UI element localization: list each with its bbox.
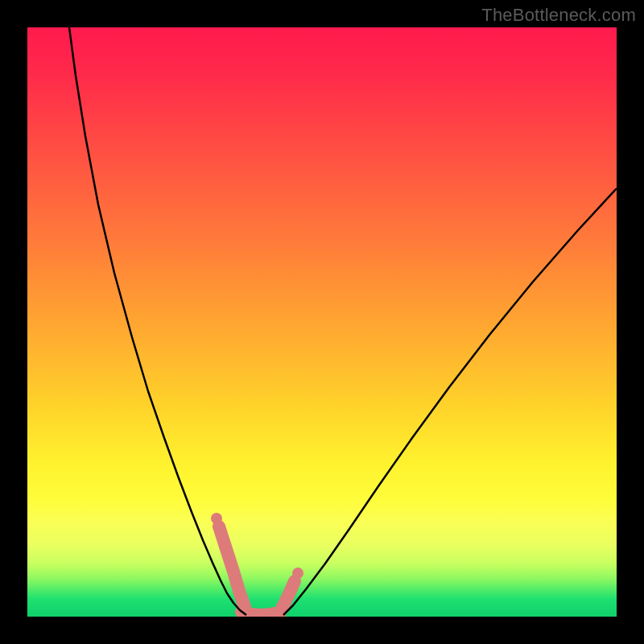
curve-overlay [27, 27, 617, 617]
marker-dot-top-right [292, 568, 303, 579]
marker-dot-top-left [211, 513, 222, 524]
marker-blob-left [219, 526, 245, 607]
chart-frame: TheBottleneck.com [0, 0, 644, 644]
plot-area [27, 27, 617, 617]
watermark-text: TheBottleneck.com [481, 5, 636, 26]
marker-blob-bottom [242, 612, 280, 615]
right-curve [283, 188, 617, 615]
